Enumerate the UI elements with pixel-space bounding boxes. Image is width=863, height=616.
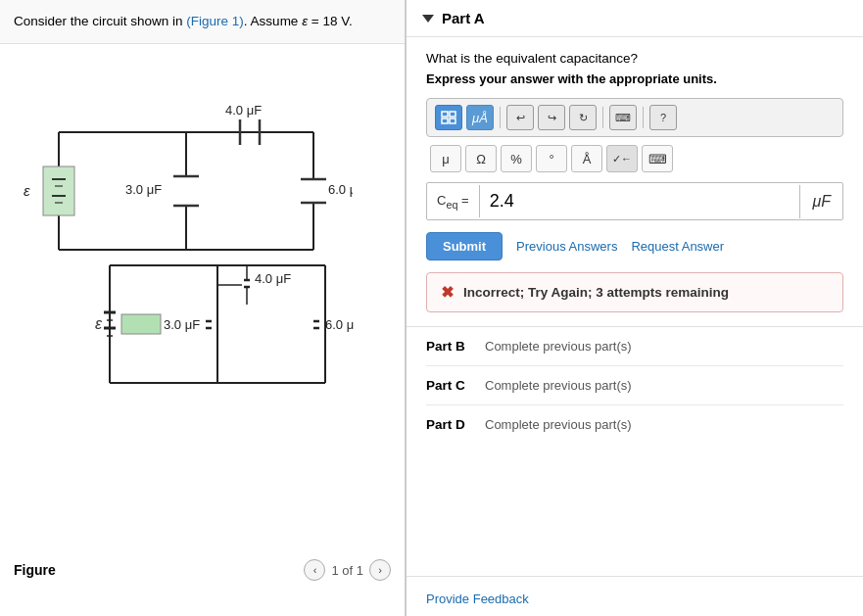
ceq-label: Ceq =	[427, 185, 480, 218]
mu-button[interactable]: μÅ	[466, 105, 494, 130]
part-c-desc: Complete previous part(s)	[485, 378, 632, 393]
svg-text:6.0 μF: 6.0 μF	[325, 317, 355, 332]
help-button[interactable]: ?	[649, 105, 677, 130]
question-subtext: Express your answer with the appropriate…	[426, 71, 843, 86]
other-parts: Part B Complete previous part(s) Part C …	[407, 327, 863, 444]
submit-row: Submit Previous Answers Request Answer	[426, 232, 843, 261]
percent-symbol: %	[510, 152, 522, 166]
request-answer-link[interactable]: Request Answer	[631, 239, 724, 254]
previous-answers-link[interactable]: Previous Answers	[516, 239, 617, 254]
figure-page: 1 of 1	[331, 563, 363, 578]
mu-symbol-button[interactable]: μ	[430, 145, 461, 172]
part-a-content: What is the equivalent capacitance? Expr…	[407, 37, 863, 327]
part-b-letter: Part B	[426, 339, 475, 354]
svg-rect-51	[442, 118, 448, 123]
angstrom-symbol: Å	[583, 152, 592, 166]
toolbar-divider-3	[643, 107, 644, 128]
symbol-row: μ Ω % ° Å ✓← ⌨	[426, 145, 843, 172]
svg-rect-50	[450, 112, 455, 117]
svg-rect-9	[121, 314, 161, 334]
degree-symbol: °	[549, 152, 553, 166]
left-panel: Consider the circuit shown in (Figure 1)…	[0, 0, 407, 616]
svg-text:ε: ε	[24, 182, 30, 199]
degree-symbol-button[interactable]: °	[536, 145, 567, 172]
part-b-row: Part B Complete previous part(s)	[426, 327, 843, 366]
svg-text:3.0 μF: 3.0 μF	[164, 317, 200, 332]
answer-toolbar: μÅ ↩ ↪ ↻ ⌨ ?	[426, 98, 843, 137]
svg-text:4.0 μF: 4.0 μF	[225, 103, 262, 118]
toolbar-divider-1	[500, 107, 501, 128]
undo-button[interactable]: ↩	[506, 105, 534, 130]
mu-label: μÅ	[472, 111, 488, 125]
part-d-row: Part D Complete previous part(s)	[426, 405, 843, 444]
svg-text:3.0 μF: 3.0 μF	[125, 182, 162, 197]
incorrect-box: ✖ Incorrect; Try Again; 3 attempts remai…	[426, 272, 843, 312]
part-a-label: Part A	[442, 10, 485, 26]
part-b-desc: Complete previous part(s)	[485, 339, 632, 354]
feedback-section: Provide Feedback	[407, 576, 863, 616]
figure-nav: ‹ 1 of 1 ›	[304, 559, 391, 581]
answer-input[interactable]	[480, 183, 800, 219]
svg-rect-52	[450, 118, 455, 123]
problem-text-1: Consider the circuit shown in	[14, 14, 186, 28]
svg-rect-49	[442, 112, 448, 117]
svg-text:ε: ε	[95, 315, 103, 332]
right-panel: Part A What is the equivalent capacitanc…	[407, 0, 863, 616]
part-c-letter: Part C	[426, 378, 475, 393]
figure-label-bar: Figure ‹ 1 of 1 ›	[0, 553, 405, 587]
percent-symbol-button[interactable]: %	[501, 145, 532, 172]
mu-symbol: μ	[442, 152, 450, 166]
incorrect-message: Incorrect; Try Again; 3 attempts remaini…	[463, 285, 729, 300]
omega-symbol: Ω	[476, 152, 486, 166]
keyboard-button-1[interactable]: ⌨	[609, 105, 637, 130]
prev-figure-button[interactable]: ‹	[304, 559, 325, 581]
expand-icon	[422, 15, 434, 23]
reset-button[interactable]: ↻	[569, 105, 597, 130]
svg-rect-28	[43, 166, 74, 215]
incorrect-icon: ✖	[441, 283, 454, 302]
delete-icon: ✓←	[612, 153, 632, 166]
question-text: What is the equivalent capacitance?	[426, 51, 843, 66]
toolbar-divider-2	[602, 107, 603, 128]
part-d-desc: Complete previous part(s)	[485, 417, 632, 432]
angstrom-symbol-button[interactable]: Å	[571, 145, 602, 172]
figure-area: ε 4.0 μF 3.0 μF	[0, 44, 405, 616]
problem-text-3: = 18 V.	[308, 14, 353, 28]
next-figure-button[interactable]: ›	[369, 559, 391, 581]
submit-button[interactable]: Submit	[426, 232, 503, 261]
problem-statement: Consider the circuit shown in (Figure 1)…	[0, 0, 405, 44]
svg-text:6.0 μF: 6.0 μF	[328, 182, 353, 197]
problem-text-2: . Assume	[244, 14, 302, 28]
answer-input-row: Ceq = μF	[426, 182, 843, 220]
part-a-header: Part A	[407, 0, 863, 37]
omega-symbol-button[interactable]: Ω	[465, 145, 497, 172]
provide-feedback-link[interactable]: Provide Feedback	[426, 592, 529, 606]
delete-button[interactable]: ✓←	[606, 145, 638, 172]
matrix-button[interactable]	[435, 105, 462, 130]
redo-button[interactable]: ↪	[538, 105, 565, 130]
keyboard-button-2[interactable]: ⌨	[642, 145, 673, 172]
part-c-row: Part C Complete previous part(s)	[426, 366, 843, 405]
part-d-letter: Part D	[426, 417, 475, 432]
circuit-diagram: ε 4.0 μF 3.0 μF	[51, 226, 355, 425]
figure-label: Figure	[14, 562, 56, 578]
figure-link[interactable]: (Figure 1)	[186, 14, 244, 28]
unit-display: μF	[799, 185, 842, 218]
